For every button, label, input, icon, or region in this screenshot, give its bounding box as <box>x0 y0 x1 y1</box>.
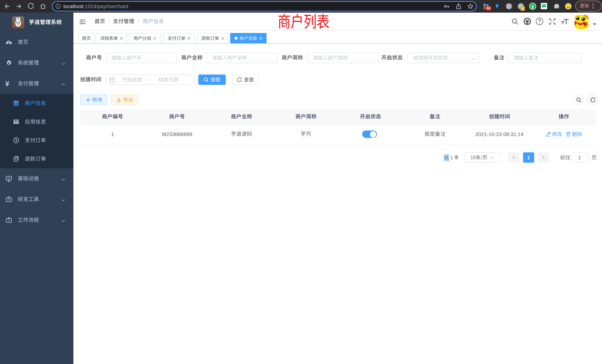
svg-text:y: y <box>531 3 534 9</box>
